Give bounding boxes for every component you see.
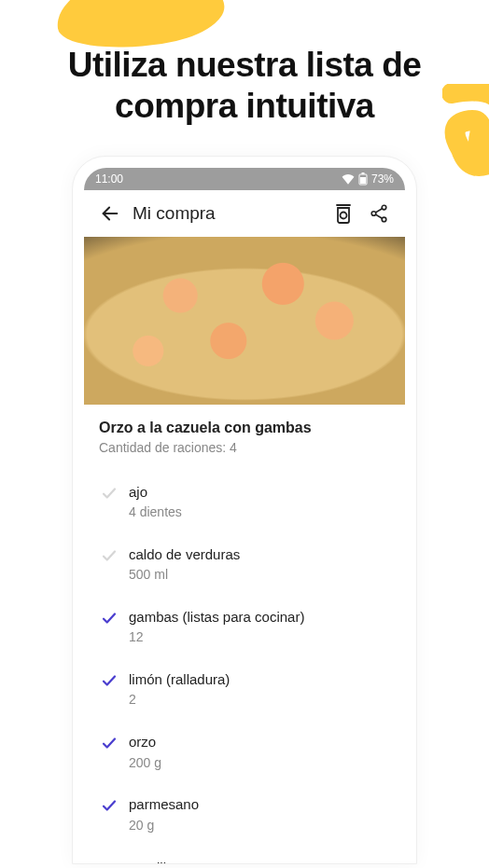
- ingredient-text: parmesano20 g: [129, 795, 199, 834]
- ingredient-text: orzo200 g: [129, 733, 161, 771]
- check-icon-checked[interactable]: [101, 797, 118, 814]
- ingredient-name: gambas (listas para cocinar): [129, 608, 304, 627]
- check-icon-checked[interactable]: [101, 672, 118, 689]
- check-icon-checked[interactable]: [101, 735, 118, 751]
- svg-line-9: [376, 208, 383, 212]
- pantry-icon: [334, 203, 353, 224]
- status-bar: 11:00 73%: [84, 168, 405, 190]
- back-button[interactable]: [97, 200, 123, 227]
- ingredient-text: ajo4 dientes: [129, 483, 182, 521]
- ingredient-name: parmesano: [129, 795, 199, 814]
- check-icon-checked[interactable]: [101, 610, 118, 627]
- status-time: 11:00: [95, 172, 123, 186]
- pantry-button[interactable]: [330, 200, 356, 227]
- recipe-title: Orzo a la cazuela con gambas: [99, 420, 390, 436]
- app-bar: Mi compra: [84, 190, 405, 237]
- svg-rect-2: [361, 172, 364, 174]
- headline: Utiliza nuestra lista de compra intuitiv…: [0, 0, 489, 156]
- ingredient-text: caldo de verduras500 ml: [129, 545, 240, 584]
- ingredient-row[interactable]: perejil20 g: [99, 849, 390, 863]
- phone-frame: 11:00 73% Mi compra Orzo a la cazuela co…: [72, 156, 417, 864]
- ingredient-qty: 2: [129, 691, 230, 709]
- ingredient-row[interactable]: gambas (listas para cocinar)12: [99, 599, 390, 661]
- ingredient-qty: 200 g: [129, 754, 161, 772]
- ingredient-name: perejil: [129, 859, 166, 863]
- ingredient-row[interactable]: caldo de verduras500 ml: [99, 536, 390, 599]
- ingredient-name: caldo de verduras: [129, 545, 240, 564]
- check-icon-unchecked[interactable]: [101, 547, 118, 564]
- arrow-back-icon: [100, 203, 120, 224]
- ingredient-text: limón (ralladura)2: [129, 670, 230, 709]
- ingredient-qty: 20 g: [129, 817, 199, 834]
- svg-point-5: [341, 212, 347, 218]
- svg-point-8: [382, 217, 386, 222]
- status-battery: 73%: [371, 172, 394, 186]
- ingredient-name: ajo: [129, 483, 182, 502]
- ingredient-list: ajo4 dientescaldo de verduras500 mlgamba…: [99, 474, 390, 863]
- status-right: 73%: [342, 172, 394, 186]
- share-icon: [369, 203, 389, 224]
- svg-point-6: [382, 205, 386, 210]
- ingredient-name: limón (ralladura): [129, 670, 230, 689]
- ingredient-row[interactable]: orzo200 g: [99, 723, 390, 786]
- svg-line-10: [376, 214, 383, 218]
- check-icon-unchecked[interactable]: [101, 485, 118, 502]
- check-icon-checked[interactable]: [101, 861, 118, 863]
- ingredient-text: gambas (listas para cocinar)12: [129, 608, 304, 646]
- recipe-servings: Cantidad de raciones: 4: [99, 440, 390, 455]
- ingredient-name: orzo: [129, 733, 161, 751]
- ingredient-row[interactable]: limón (ralladura)2: [99, 661, 390, 723]
- svg-rect-1: [360, 177, 366, 184]
- recipe-image: [84, 237, 405, 405]
- content-area: Orzo a la cazuela con gambas Cantidad de…: [84, 405, 405, 863]
- ingredient-row[interactable]: parmesano20 g: [99, 786, 390, 848]
- svg-point-7: [371, 211, 376, 215]
- share-button[interactable]: [366, 200, 392, 227]
- ingredient-text: perejil20 g: [129, 859, 166, 863]
- phone-screen: 11:00 73% Mi compra Orzo a la cazuela co…: [84, 168, 405, 863]
- app-bar-title: Mi compra: [133, 203, 321, 224]
- ingredient-qty: 500 ml: [129, 566, 240, 584]
- ingredient-qty: 4 dientes: [129, 503, 182, 521]
- wifi-icon: [342, 173, 355, 185]
- ingredient-row[interactable]: ajo4 dientes: [99, 474, 390, 536]
- ingredient-qty: 12: [129, 628, 304, 646]
- battery-icon: [358, 172, 368, 186]
